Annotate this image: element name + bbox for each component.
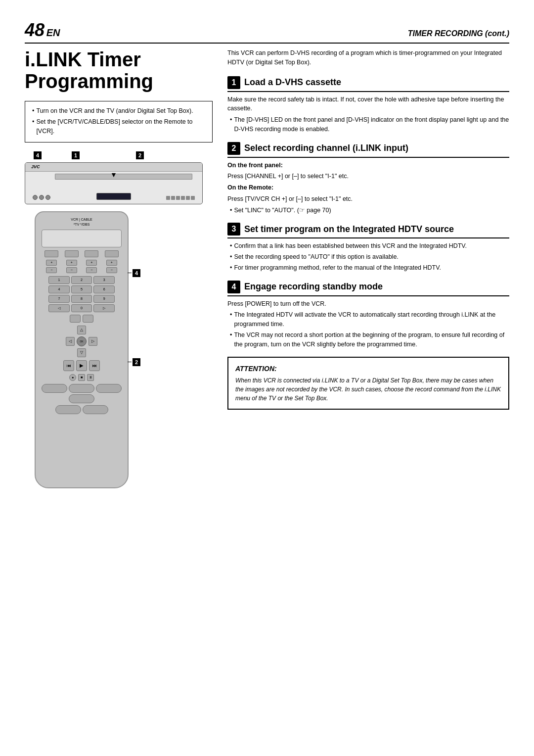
remote-num8: 8 bbox=[71, 295, 92, 303]
vcr-diagram-container: 4 1 2 JVC ▼ bbox=[25, 151, 213, 204]
remote-minus4: − bbox=[106, 267, 117, 273]
step-2-number: 2 bbox=[227, 142, 240, 155]
nav-down-btn: ▽ bbox=[77, 348, 86, 357]
vcr-rbtn5 bbox=[186, 196, 190, 200]
remote-plus3: + bbox=[86, 260, 97, 266]
remote-minus3: − bbox=[86, 267, 97, 273]
intro-bullet-2: Set the [VCR/TV/CABLE/DBS] selector on t… bbox=[32, 117, 205, 136]
connector-2 bbox=[128, 362, 132, 362]
intro-bullet-1: Turn on the VCR and the TV (and/or Digit… bbox=[32, 106, 205, 116]
remote-plus4: + bbox=[106, 260, 117, 266]
remote-plus1: + bbox=[46, 260, 57, 266]
step-4-header: 4 Engage recording standby mode bbox=[227, 281, 509, 296]
remote-label-2: 2 bbox=[133, 358, 140, 366]
remote-btn-top4 bbox=[105, 250, 119, 257]
left-column: i.LINK TimerProgramming Turn on the VCR … bbox=[25, 48, 213, 488]
vcr-rbtn6 bbox=[191, 196, 195, 200]
vcr-btn2 bbox=[39, 195, 44, 200]
remote-bottom-buttons bbox=[42, 384, 122, 403]
remote-selector-label: VCR | CABLE*TV */DBS bbox=[42, 217, 122, 227]
remote-num5: 5 bbox=[71, 285, 92, 293]
label-1: 1 bbox=[72, 151, 80, 159]
step-1-title: Load a D-VHS cassette bbox=[244, 77, 341, 88]
remote-nav-cross: △ ▽ ◁ ▷ OK bbox=[66, 326, 97, 357]
step-2-header: 2 Select recording channel (i.LINK input… bbox=[227, 142, 509, 158]
remote-btn-top1 bbox=[44, 250, 58, 257]
remote-bbtn6 bbox=[83, 405, 108, 414]
remote-num1: 1 bbox=[48, 276, 70, 284]
remote-num0: 0 bbox=[71, 304, 92, 312]
attention-text: When this VCR is connected via i.LINK to… bbox=[235, 376, 501, 403]
step-1-header: 1 Load a D-VHS cassette bbox=[227, 76, 509, 92]
remote-arrow-r: ▷ bbox=[93, 304, 115, 312]
step-3: 3 Set timer program on the Integrated HD… bbox=[227, 223, 509, 272]
nav-ok-btn: OK bbox=[77, 336, 87, 346]
vcr-display bbox=[96, 193, 131, 200]
step-4-title: Engage recording standby mode bbox=[244, 282, 383, 292]
step-1-number: 1 bbox=[227, 76, 240, 89]
label-4: 4 bbox=[34, 151, 42, 159]
vcr-logo: JVC bbox=[31, 164, 40, 169]
step-3-header: 3 Set timer program on the Integrated HD… bbox=[227, 223, 509, 238]
remote-bottom-buttons2 bbox=[42, 405, 122, 414]
remote-num9: 9 bbox=[93, 295, 115, 303]
step-2-bullet-1: Set "LINC" to "AUTO". (☞ page 70) bbox=[227, 206, 509, 215]
step-3-number: 3 bbox=[227, 223, 240, 236]
step-4-number: 4 bbox=[227, 281, 240, 293]
attention-title: ATTENTION: bbox=[235, 364, 501, 374]
remote-rec-btn: ● bbox=[69, 374, 76, 381]
remote-extra1 bbox=[70, 315, 81, 323]
remote-top-buttons bbox=[42, 250, 122, 257]
remote-rewind-btn: ⏮ bbox=[63, 360, 74, 371]
step-4: 4 Engage recording standby mode Press [P… bbox=[227, 281, 509, 349]
remote-pause-btn: ⏸ bbox=[87, 374, 94, 381]
remote-plus-minus-row1: + + + + bbox=[42, 260, 122, 266]
section-title: TIMER RECORDING (cont.) bbox=[408, 29, 509, 38]
remote-ffwd-btn: ⏭ bbox=[89, 360, 100, 371]
step-4-content: Press [POWER] to turn off the VCR. The I… bbox=[227, 299, 509, 349]
vcr-arrow: ▼ bbox=[110, 171, 117, 179]
vcr-rbtn4 bbox=[181, 196, 185, 200]
vcr-power-btn bbox=[33, 195, 38, 200]
remote-bbtn1 bbox=[42, 384, 67, 393]
remote-bbtn3 bbox=[96, 384, 122, 393]
attention-box: ATTENTION: When this VCR is connected vi… bbox=[227, 357, 509, 410]
page-number: 48 EN bbox=[25, 20, 60, 41]
vcr-body: JVC ▼ bbox=[25, 162, 203, 204]
vcr-right-controls bbox=[166, 196, 195, 200]
step-3-content: Confirm that a link has been established… bbox=[227, 241, 509, 272]
right-intro-text: This VCR can perform D-VHS recording of … bbox=[227, 48, 509, 67]
step-4-bullet-1: The Integrated HDTV will activate the VC… bbox=[227, 310, 509, 329]
step-2-content: On the front panel: Press [CHANNEL +] or… bbox=[227, 161, 509, 215]
remote-stop-btn: ■ bbox=[78, 374, 85, 381]
step-4-bullet-2: The VCR may not record a short portion a… bbox=[227, 331, 509, 349]
vcr-rbtn3 bbox=[176, 196, 180, 200]
remote-btn-top2 bbox=[65, 250, 79, 257]
remote-extra2 bbox=[83, 315, 93, 323]
step-3-bullet-2: Set the recording speed to "AUTO" if thi… bbox=[227, 252, 509, 262]
remote-transport2: ● ■ ⏸ bbox=[42, 374, 122, 381]
nav-right-btn: ▷ bbox=[89, 337, 97, 346]
remote-num7: 7 bbox=[48, 295, 70, 303]
remote-numpad: 1 2 3 4 5 6 7 8 9 ◁ 0 ▷ bbox=[42, 276, 122, 312]
step-1-content: Make sure the record safety tab is intac… bbox=[227, 95, 509, 134]
remote-bbtn5 bbox=[55, 405, 81, 414]
remote-minus1: − bbox=[46, 267, 57, 273]
step-1: 1 Load a D-VHS cassette Make sure the re… bbox=[227, 76, 509, 134]
remote-body: 4 2 VCR | CABLE*TV */DBS bbox=[35, 211, 129, 488]
remote-arrow-l: ◁ bbox=[48, 304, 70, 312]
step-3-bullet-3: For timer programming method, refer to t… bbox=[227, 263, 509, 273]
label-2: 2 bbox=[136, 151, 144, 159]
remote-diagram-container: 4 2 VCR | CABLE*TV */DBS bbox=[25, 211, 213, 488]
remote-btn-top3 bbox=[85, 250, 98, 257]
connector-4 bbox=[128, 273, 132, 273]
remote-play-btn: ▶ bbox=[76, 360, 87, 371]
vcr-diagram-labels: 4 1 2 bbox=[25, 151, 213, 161]
nav-left-btn: ◁ bbox=[66, 337, 75, 346]
step-2-front-panel-label: On the front panel: bbox=[227, 161, 509, 170]
vcr-rbtn1 bbox=[166, 196, 170, 200]
vcr-btn3 bbox=[45, 195, 50, 200]
remote-transport: ⏮ ▶ ⏭ bbox=[42, 360, 122, 371]
remote-label-4: 4 bbox=[133, 269, 140, 277]
step-2-title: Select recording channel (i.LINK input) bbox=[244, 143, 408, 153]
